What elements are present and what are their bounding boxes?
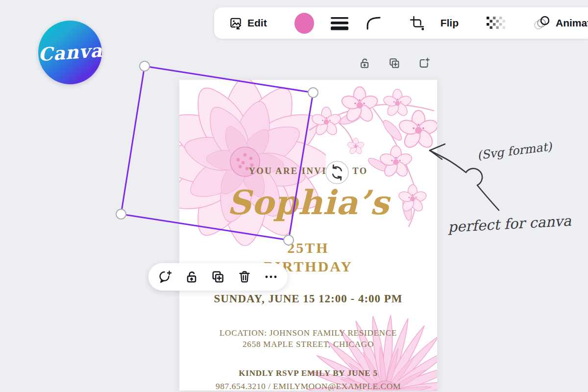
corner-handle-bottom-left[interactable] <box>116 209 126 219</box>
invite-location-text[interactable]: LOCATION: JOHNSON FAMILY RESIDENCE <box>179 328 437 338</box>
crop-button[interactable] <box>407 13 427 33</box>
duplicate-button-selection[interactable] <box>208 267 228 287</box>
color-swatch <box>294 13 314 34</box>
design-canvas[interactable]: YOU ARE INVITED TO Sophia’s 25TH BIRTHDA… <box>179 80 437 391</box>
duplicate-icon <box>211 269 225 285</box>
animate-icon <box>533 15 551 31</box>
duplicate-button[interactable] <box>385 54 404 73</box>
image-edit-icon <box>229 16 243 30</box>
canva-logo[interactable]: Canva <box>38 21 102 84</box>
comment-add-icon <box>158 269 172 285</box>
invite-25th-text[interactable]: 25TH <box>179 240 437 256</box>
selection-toolbar <box>148 263 288 291</box>
animate-button[interactable]: Animate <box>531 13 588 33</box>
invite-name-text[interactable]: Sophia’s <box>179 183 437 222</box>
page-controls <box>355 54 434 73</box>
edit-button[interactable]: Edit <box>227 14 269 32</box>
canva-logo-text: Canva <box>37 39 103 65</box>
corner-rounding-icon <box>365 15 382 31</box>
comment-add-button[interactable] <box>155 267 175 287</box>
duplicate-icon <box>388 56 401 71</box>
invite-address-text[interactable]: 2658 MAPLE STREET, CHICAGO <box>179 340 437 349</box>
add-page-button[interactable] <box>415 54 434 73</box>
unlock-icon <box>358 56 371 71</box>
add-page-icon <box>418 56 431 71</box>
invite-date-text[interactable]: SUNDAY, JUNE 15 12:00 - 4:00 PM <box>179 293 437 305</box>
animate-label: Animate <box>556 17 588 29</box>
border-weight-button[interactable] <box>328 14 351 32</box>
unlock-icon <box>184 269 199 285</box>
flip-button[interactable]: Flip <box>439 15 461 31</box>
invite-contact-text[interactable]: 987.654.3210 / EMILYMOON@EXAMPLE.COM <box>179 381 437 391</box>
perfect-for-canva-annotation: perfect for canva <box>441 212 578 236</box>
top-toolbar: Edit Flip <box>214 7 588 39</box>
flip-label: Flip <box>441 17 459 29</box>
more-options-button[interactable] <box>261 267 281 287</box>
svg-format-annotation: (Svg format) <box>467 139 562 164</box>
unlock-button-selection[interactable] <box>181 267 202 287</box>
delete-button[interactable] <box>234 267 255 287</box>
corner-handle-top-left[interactable] <box>140 61 149 71</box>
color-swatch-button[interactable] <box>293 11 316 36</box>
more-icon <box>264 269 278 285</box>
transparency-button[interactable] <box>484 14 508 32</box>
corner-rounding-button[interactable] <box>363 13 384 33</box>
border-weight-icon <box>330 16 349 30</box>
invite-rsvp-text[interactable]: KINDLY RSVP EMILY BY JUNE 5 <box>179 368 437 378</box>
invite-intro-text[interactable]: YOU ARE INVITED TO <box>179 166 437 176</box>
unlock-button[interactable] <box>355 54 374 73</box>
edit-label: Edit <box>247 17 267 29</box>
transparency-icon <box>486 16 506 30</box>
crop-icon <box>409 15 425 31</box>
trash-icon <box>237 269 252 285</box>
